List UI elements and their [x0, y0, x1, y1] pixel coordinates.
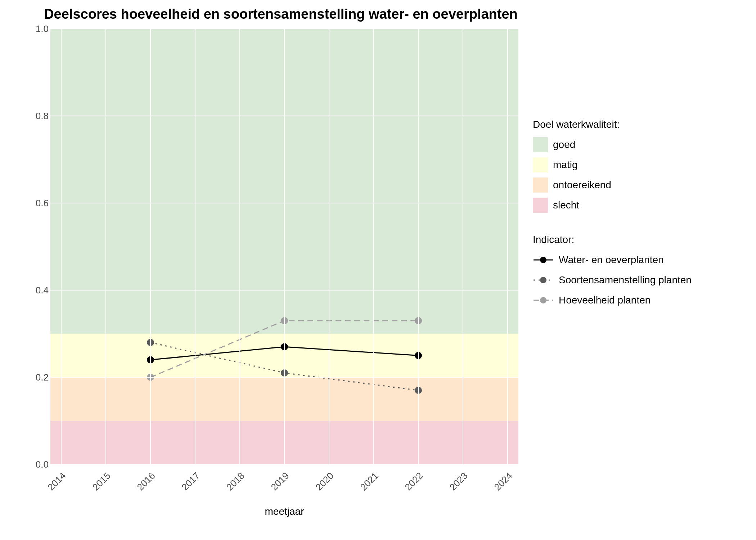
- x-tick-label: 2021: [358, 470, 381, 493]
- legend-swatch: [533, 137, 548, 152]
- legend-series-row: Soortensamenstelling planten: [533, 272, 692, 288]
- plot-area: [50, 29, 518, 464]
- gridline-v: [150, 29, 151, 464]
- x-tick-label: 2014: [46, 470, 68, 493]
- svg-point-1: [540, 257, 546, 263]
- gridline-v: [507, 29, 508, 464]
- y-tick-label: 0.8: [34, 111, 49, 122]
- chart-container: Deelscores hoeveelheid en soortensamenst…: [0, 0, 756, 540]
- y-tick-label: 0.4: [34, 285, 49, 296]
- x-tick-label: 2019: [269, 470, 292, 493]
- y-tick-label: 0.2: [34, 372, 49, 383]
- legend-series-row: Hoeveelheid planten: [533, 292, 692, 308]
- gridline-v: [61, 29, 62, 464]
- legend-band-row: matig: [533, 157, 692, 173]
- legend-series-title: Indicator:: [533, 234, 692, 246]
- x-tick-label: 2020: [314, 470, 336, 493]
- x-tick-label: 2024: [492, 470, 515, 493]
- x-tick-label: 2015: [90, 470, 113, 493]
- legend-band-label: goed: [553, 139, 575, 150]
- legend-band-row: goed: [533, 137, 692, 153]
- legend-band-row: slecht: [533, 197, 692, 213]
- legend-band-row: ontoereikend: [533, 177, 692, 193]
- legend-swatch: [533, 198, 548, 213]
- y-tick-label: 1.0: [34, 23, 49, 35]
- legend-line-swatch: [533, 273, 554, 288]
- x-axis-label: meetjaar: [50, 506, 518, 517]
- legend-series-label: Water- en oeverplanten: [559, 254, 664, 266]
- legend-band-label: matig: [553, 159, 577, 171]
- legend-series-row: Water- en oeverplanten: [533, 252, 692, 268]
- legend-line-swatch: [533, 252, 554, 267]
- legend-swatch: [533, 177, 548, 193]
- legend-swatch: [533, 157, 548, 172]
- svg-point-5: [540, 297, 546, 303]
- x-tick-label: 2017: [180, 470, 202, 493]
- gridline-v: [463, 29, 463, 464]
- x-tick-label: 2022: [403, 470, 426, 493]
- gridline-v: [418, 29, 419, 464]
- y-tick-label: 0.0: [34, 459, 49, 470]
- x-tick-label: 2016: [135, 470, 158, 493]
- legend-band-label: slecht: [553, 199, 579, 211]
- x-tick-label: 2023: [447, 470, 470, 493]
- gridline-v: [239, 29, 240, 464]
- legend-band-label: ontoereikend: [553, 179, 611, 191]
- legend-series-label: Soortensamenstelling planten: [559, 274, 692, 286]
- gridline-v: [284, 29, 285, 464]
- gridline-v: [195, 29, 195, 464]
- legend-bands-title: Doel waterkwaliteit:: [533, 119, 692, 130]
- gridline-v: [329, 29, 329, 464]
- y-tick-label: 0.6: [34, 198, 49, 209]
- legend: Doel waterkwaliteit: goedmatigontoereike…: [533, 119, 692, 312]
- gridline-v: [105, 29, 106, 464]
- x-tick-label: 2018: [224, 470, 247, 493]
- legend-series-label: Hoeveelheid planten: [559, 294, 651, 306]
- chart-title: Deelscores hoeveelheid en soortensamenst…: [43, 6, 518, 22]
- gridline-v: [373, 29, 374, 464]
- legend-line-swatch: [533, 293, 554, 308]
- svg-point-3: [540, 277, 546, 283]
